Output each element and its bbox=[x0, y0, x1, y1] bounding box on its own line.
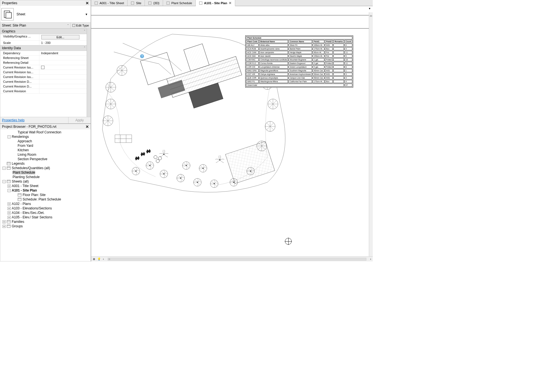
property-value[interactable]: Edit... bbox=[39, 34, 87, 40]
tab-overflow-button[interactable]: ▾ bbox=[367, 7, 372, 10]
expand-icon[interactable]: + bbox=[8, 202, 11, 206]
expand-icon[interactable]: + bbox=[8, 211, 11, 214]
drawing-canvas[interactable]: ? Plant Schedule Plant CodeBotanical Nam… bbox=[91, 6, 373, 261]
tree-item[interactable]: +A001 - Title Sheet bbox=[0, 184, 91, 188]
vertical-scrollbar[interactable] bbox=[369, 12, 373, 256]
property-group-header[interactable]: Identity Data bbox=[0, 45, 87, 51]
property-row[interactable]: Current Revision Iss... bbox=[0, 65, 87, 70]
property-row[interactable]: Current Revision Iss... bbox=[0, 75, 87, 79]
property-row[interactable]: Current Revision D... bbox=[0, 79, 87, 84]
property-value[interactable]: Independent bbox=[39, 51, 87, 55]
tree-item[interactable]: +A104 - Elev./Sec./Det. bbox=[0, 211, 91, 215]
property-row[interactable]: Scale1 : 200 bbox=[0, 41, 87, 45]
property-row[interactable]: Referencing Sheet bbox=[0, 56, 87, 60]
tree-item[interactable]: Plant Schedule bbox=[0, 170, 91, 175]
lightbulb-icon[interactable]: 💡 bbox=[97, 258, 101, 261]
property-value[interactable] bbox=[39, 65, 87, 70]
tree-item[interactable]: -Schedules/Quantities (all) bbox=[0, 166, 91, 170]
tree-item[interactable]: +A105 - Elev./ Stair Sections bbox=[0, 215, 91, 219]
view-tab[interactable]: A101 - Site Plan✕ bbox=[196, 0, 235, 6]
expand-icon[interactable]: + bbox=[3, 225, 6, 228]
property-name: Current Revision Iss... bbox=[0, 65, 39, 70]
checkbox[interactable] bbox=[41, 66, 44, 69]
collapse-icon[interactable]: - bbox=[8, 189, 11, 192]
tree-item[interactable]: Living Room bbox=[0, 152, 91, 157]
schedule-cell: Cimicifuga racemosa cordifolia bbox=[259, 58, 288, 61]
tree-item[interactable]: +A103 - Elevations/Sections bbox=[0, 206, 91, 211]
tree-item[interactable]: -A101 - Site Plan bbox=[0, 188, 91, 193]
scroll-left-icon[interactable]: ‹ bbox=[103, 258, 104, 261]
properties-scrollbar[interactable] bbox=[87, 29, 91, 117]
view-tab[interactable]: Site bbox=[128, 0, 145, 6]
tree-item[interactable]: +Families bbox=[0, 219, 91, 224]
steering-wheel-icon[interactable]: ⊕ bbox=[93, 258, 95, 261]
schedule-cell bbox=[333, 80, 344, 83]
schedule-cell: ACA RUB bbox=[246, 47, 259, 50]
tree-item[interactable]: From Yard bbox=[0, 143, 91, 148]
apply-button[interactable]: Apply bbox=[68, 117, 91, 123]
tree-label: A105 - Elev./ Stair Sections bbox=[12, 215, 52, 219]
tree-item[interactable]: -Renderings bbox=[0, 134, 91, 139]
expand-icon[interactable]: + bbox=[8, 207, 11, 210]
type-selector[interactable]: Sheet ▾ bbox=[16, 12, 89, 16]
schedule-cell: W.B. bbox=[325, 44, 333, 47]
tree-item[interactable]: +A102 - Plans bbox=[0, 202, 91, 206]
property-row[interactable]: Current Revision Iss... bbox=[0, 70, 87, 75]
property-value[interactable] bbox=[39, 89, 87, 93]
property-row[interactable]: Current Revision D... bbox=[0, 84, 87, 89]
view-tab[interactable]: {3D} bbox=[145, 0, 163, 6]
tree-item[interactable]: Typical Wall Roof Connection bbox=[0, 130, 91, 134]
collapse-icon[interactable]: - bbox=[3, 167, 6, 170]
collapse-icon[interactable]: - bbox=[8, 135, 11, 138]
property-row[interactable]: Current Revision bbox=[0, 89, 87, 94]
schedule-row: COR FLOCornus floridaEastern Dogwood2 ga… bbox=[246, 62, 352, 65]
tree-label: Planting Schedule bbox=[13, 175, 40, 179]
close-icon[interactable]: ✕ bbox=[229, 1, 232, 5]
close-icon[interactable]: ✕ bbox=[86, 1, 89, 5]
expand-icon[interactable]: + bbox=[8, 216, 11, 219]
property-value[interactable] bbox=[39, 79, 87, 84]
tree-item[interactable]: +Groups bbox=[0, 224, 91, 228]
browser-tree[interactable]: Typical Wall Roof Connection-RenderingsA… bbox=[0, 129, 91, 261]
view-tab[interactable]: A001 - Title Sheet bbox=[91, 0, 128, 6]
tree-item[interactable]: Schedule: Plant Schedule bbox=[0, 197, 91, 202]
edit-button[interactable]: Edit... bbox=[41, 35, 79, 39]
property-row[interactable]: Referencing Detail bbox=[0, 60, 87, 65]
properties-grid[interactable]: GraphicsVisibility/Graphics ...Edit...Sc… bbox=[0, 29, 87, 117]
property-value[interactable] bbox=[39, 56, 87, 60]
horizontal-scrollbar[interactable] bbox=[108, 258, 366, 261]
property-row[interactable]: Visibility/Graphics ...Edit... bbox=[0, 34, 87, 41]
collapse-icon[interactable]: - bbox=[3, 180, 6, 183]
property-value[interactable] bbox=[39, 84, 87, 89]
property-value[interactable] bbox=[39, 60, 87, 65]
view-tab[interactable]: Plant Schedule bbox=[163, 0, 196, 6]
expand-icon[interactable]: + bbox=[3, 220, 6, 223]
schedule-cell: 5 gal. bbox=[313, 65, 324, 69]
tree-label: Groups bbox=[12, 224, 23, 228]
instance-selector[interactable]: Sheet: Site Plan ˅ bbox=[0, 23, 71, 28]
expand-icon[interactable]: + bbox=[8, 185, 11, 188]
tree-item[interactable]: Planting Schedule bbox=[0, 175, 91, 179]
tree-item[interactable]: Kitchen bbox=[0, 148, 91, 152]
property-value[interactable] bbox=[39, 70, 87, 74]
properties-header[interactable]: Properties ✕ bbox=[0, 0, 91, 6]
property-group-header[interactable]: Graphics bbox=[0, 29, 87, 34]
properties-title: Properties bbox=[2, 1, 17, 5]
property-value[interactable] bbox=[39, 75, 87, 79]
scroll-right-icon[interactable]: › bbox=[370, 258, 371, 261]
property-value[interactable]: 1 : 200 bbox=[39, 41, 87, 45]
schedule-cell bbox=[333, 51, 344, 54]
properties-help-link[interactable]: Properties help bbox=[0, 117, 68, 123]
tree-item[interactable]: -Sheets (all) bbox=[0, 179, 91, 184]
browser-header[interactable]: Project Browser - FOR_PHOTOS.rvt ✕ bbox=[0, 124, 91, 129]
edit-type-button[interactable]: Edit Type bbox=[71, 23, 91, 28]
tree-item[interactable]: Section Perspective bbox=[0, 157, 91, 161]
grp-icon bbox=[7, 225, 11, 228]
help-tooltip-icon[interactable]: ? bbox=[140, 54, 144, 58]
tree-item[interactable]: Legends bbox=[0, 161, 91, 166]
close-icon[interactable]: ✕ bbox=[86, 124, 89, 129]
tree-item[interactable]: Approach bbox=[0, 139, 91, 143]
property-row[interactable]: DependencyIndependent bbox=[0, 51, 87, 56]
tree-item[interactable]: Floor Plan: Site bbox=[0, 193, 91, 197]
schedule-header: Field1 bbox=[313, 40, 324, 43]
